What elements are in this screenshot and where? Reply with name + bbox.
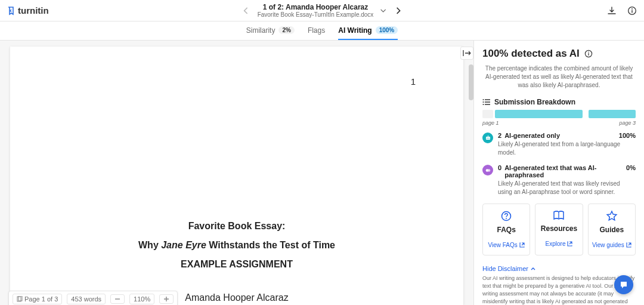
- turnitin-logo: turnitin: [7, 5, 49, 16]
- metric-ai-paraphrased: 0 AI-generated text that was AI-paraphra…: [482, 164, 636, 196]
- breakdown-bar-labels: page 1 page 3: [482, 120, 636, 126]
- info-icon: [627, 6, 637, 16]
- svg-point-18: [506, 218, 507, 219]
- essay-title-line-3: EXAMPLE ASSIGNMENT: [58, 255, 416, 274]
- svg-rect-14: [488, 135, 488, 137]
- card-resources-title: Resources: [538, 224, 580, 233]
- card-guides-title: Guides: [591, 226, 633, 234]
- document-viewer[interactable]: 1 Favorite Book Essay: Why Jane Eyre Wit…: [0, 41, 473, 305]
- metric-ai-generated: 2 AI-generated only 100% Likely AI-gener…: [482, 132, 636, 157]
- card-guides-link[interactable]: View guides: [592, 242, 631, 248]
- card-faqs-link[interactable]: View FAQs: [488, 242, 525, 248]
- document-page: 1 Favorite Book Essay: Why Jane Eyre Wit…: [10, 47, 463, 305]
- paraphrase-icon: [482, 165, 493, 175]
- viewer-toolbar: Page 1 of 3 453 words 110%: [8, 291, 178, 305]
- svg-point-8: [483, 99, 484, 100]
- logo-text: turnitin: [18, 5, 49, 16]
- report-tabs: Similarity 2% Flags AI Writing 100%: [0, 21, 644, 41]
- document-title: 1 of 2: Amanda Hooper Alcaraz: [258, 3, 374, 11]
- tab-similarity-label: Similarity: [246, 26, 275, 35]
- ai-detection-panel: 100% detected as AI The percentage indic…: [473, 41, 644, 305]
- svg-point-9: [483, 101, 484, 103]
- pages-icon: [17, 296, 23, 302]
- download-icon: [607, 6, 617, 16]
- svg-point-13: [488, 137, 490, 138]
- external-link-icon: [567, 241, 572, 247]
- card-faqs: FAQs View FAQs: [482, 204, 530, 255]
- card-guides: Guides View guides: [588, 204, 636, 255]
- document-switcher: 1 of 2: Amanda Hooper Alcaraz Favorite B…: [241, 3, 404, 17]
- document-filename: Favorite Book Essay-TurnItIn Example.doc…: [258, 11, 374, 18]
- panel-subtext: The percentage indicates the combined am…: [482, 64, 636, 90]
- page-number: 1: [411, 76, 416, 87]
- tab-ai-label: AI Writing: [338, 26, 371, 35]
- panel-title: 100% detected as AI: [482, 48, 636, 60]
- card-resources: Resources Explore: [535, 204, 583, 255]
- prev-submission-button[interactable]: [241, 5, 252, 17]
- top-bar: turnitin 1 of 2: Amanda Hooper Alcaraz F…: [0, 0, 644, 21]
- zoom-in-button[interactable]: [159, 294, 174, 304]
- tab-similarity-badge: 2%: [278, 26, 294, 34]
- zoom-out-button[interactable]: [110, 294, 125, 304]
- book-icon: [538, 210, 580, 221]
- collapse-panel-button[interactable]: [460, 47, 473, 60]
- next-submission-button[interactable]: [392, 5, 403, 17]
- svg-point-16: [487, 169, 490, 172]
- chat-icon: [619, 280, 628, 289]
- robot-icon: [482, 133, 493, 143]
- tab-flags[interactable]: Flags: [308, 21, 325, 40]
- breakdown-header: Submission Breakdown: [482, 98, 636, 106]
- help-icon: [485, 210, 527, 222]
- external-link-icon: [626, 242, 631, 248]
- document-meta: 1 of 2: Amanda Hooper Alcaraz Favorite B…: [258, 3, 374, 17]
- card-faqs-title: FAQs: [485, 226, 527, 234]
- collapse-icon: [463, 50, 471, 57]
- breakdown-bar[interactable]: [482, 110, 636, 118]
- info-button[interactable]: [627, 6, 637, 16]
- tab-flags-label: Flags: [308, 26, 325, 35]
- download-button[interactable]: [607, 6, 617, 16]
- svg-point-6: [588, 52, 589, 53]
- info-icon[interactable]: [584, 50, 593, 58]
- essay-title-line-1: Favorite Book Essay:: [58, 217, 416, 236]
- list-icon: [482, 98, 491, 106]
- document-menu-button[interactable]: [379, 8, 386, 14]
- svg-rect-7: [588, 53, 589, 56]
- svg-point-1: [631, 8, 633, 10]
- svg-point-12: [487, 137, 488, 138]
- help-fab[interactable]: [614, 275, 633, 294]
- card-resources-link[interactable]: Explore: [546, 241, 573, 247]
- disclaimer-text: Our AI writing assessment is designed to…: [482, 275, 636, 305]
- svg-point-10: [483, 104, 484, 105]
- zoom-level-chip[interactable]: 110%: [129, 294, 154, 304]
- scrollbar[interactable]: [469, 64, 473, 100]
- turnitin-logo-icon: [7, 6, 16, 16]
- external-link-icon: [519, 242, 525, 248]
- tab-similarity[interactable]: Similarity 2%: [246, 21, 295, 40]
- svg-rect-11: [486, 137, 490, 140]
- essay-title-line-2: Why Jane Eyre Withstands the Test of Tim…: [58, 236, 416, 255]
- main-area: 1 Favorite Book Essay: Why Jane Eyre Wit…: [0, 41, 644, 305]
- star-icon: [591, 210, 633, 222]
- caret-up-icon: [531, 267, 535, 270]
- tab-ai-badge: 100%: [376, 26, 398, 34]
- plus-icon: [163, 296, 169, 302]
- svg-rect-2: [631, 10, 632, 13]
- help-cards: FAQs View FAQs Resources Explore: [482, 204, 636, 255]
- minus-icon: [114, 296, 120, 302]
- pages-chip[interactable]: Page 1 of 3: [13, 294, 62, 304]
- disclaimer-toggle[interactable]: Hide Disclaimer: [482, 265, 636, 272]
- word-count-chip[interactable]: 453 words: [67, 294, 106, 304]
- tab-ai-writing[interactable]: AI Writing 100%: [338, 21, 398, 40]
